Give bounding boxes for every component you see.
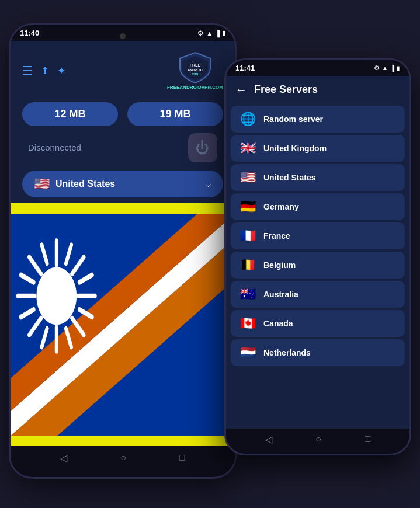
recents-btn-phone2[interactable]: □	[365, 434, 370, 444]
server-name-be: Belgium	[263, 260, 296, 270]
wifi-icon-p2: ▲	[382, 65, 388, 71]
power-button[interactable]: ⏻	[188, 133, 217, 162]
status-time-phone1: 11:40	[20, 29, 39, 37]
phone1-main-content: ☰ ⬆ ✦ FREE ANDROID VPN FREEANDROIDVPN.CO…	[11, 41, 235, 446]
server-name-uk: United Kingdom	[263, 144, 327, 153]
flag-uk: 🇬🇧	[239, 141, 256, 156]
svg-text:VPN: VPN	[192, 72, 199, 76]
server-item-au[interactable]: 🇦🇺 Australia	[231, 281, 405, 308]
yellow-bar-top	[11, 203, 235, 214]
bottom-nav-phone1: ◁ ○ □	[11, 446, 235, 469]
server-name-de: Germany	[263, 202, 299, 211]
flag-fr: 🇫🇷	[239, 228, 256, 243]
selected-country-name: United States	[55, 179, 200, 189]
chevron-down-icon: ⌵	[206, 178, 211, 189]
status-bar-phone2: 11:41 ⚙ ▲ ▐ ▮	[226, 60, 409, 76]
flag-be: 🇧🇪	[239, 258, 256, 273]
svg-point-7	[36, 267, 77, 325]
share-icon[interactable]: ⬆	[41, 65, 49, 77]
data-stats: 12 MB 19 MB	[11, 102, 235, 126]
phone1: 11:40 ⚙ ▲ ▐ ▮ ☰ ⬆ ✦ FREE ANDROID VPN	[9, 23, 237, 479]
servers-header: ← Free Servers	[226, 76, 409, 103]
server-item-nl[interactable]: 🇳🇱 Netherlands	[231, 339, 405, 366]
home-btn-phone1[interactable]: ○	[120, 453, 126, 463]
server-item-ca[interactable]: 🇨🇦 Canada	[231, 310, 405, 337]
server-name-nl: Netherlands	[263, 348, 311, 357]
marshall-islands-flag	[11, 214, 235, 436]
servers-title: Free Servers	[254, 83, 318, 96]
yellow-bar-bottom	[11, 436, 235, 446]
server-name-us: United States	[263, 173, 315, 182]
flag-de: 🇩🇪	[239, 199, 256, 214]
svg-rect-8	[55, 238, 58, 267]
status-icons-phone1: ⚙ ▲ ▐ ▮	[197, 29, 225, 37]
settings-icon-p2: ⚙	[374, 64, 380, 72]
server-name-random: Random server	[263, 114, 323, 124]
svg-rect-11	[77, 293, 96, 298]
server-item-uk[interactable]: 🇬🇧 United Kingdom	[231, 135, 405, 162]
svg-rect-9	[55, 325, 58, 353]
data-right: 19 MB	[127, 102, 223, 126]
flag-svg	[11, 214, 235, 436]
app-logo: FREE ANDROID VPN FREEANDROIDVPN.COM	[167, 51, 223, 91]
connection-status-row: Disconnected ⏻	[11, 131, 235, 165]
battery-icon: ▮	[222, 29, 225, 37]
top-nav-phone1: ☰ ⬆ ✦ FREE ANDROID VPN FREEANDROIDVPN.CO…	[11, 47, 235, 95]
data-left: 12 MB	[22, 102, 118, 126]
server-item-random[interactable]: 🌐 Random server	[231, 106, 405, 133]
server-name-au: Australia	[263, 290, 298, 299]
power-icon: ⏻	[196, 140, 210, 156]
logo-text: FREEANDROIDVPN.COM	[167, 85, 223, 91]
svg-text:FREE: FREE	[190, 63, 201, 67]
server-name-fr: France	[263, 231, 290, 241]
back-btn-phone2[interactable]: ◁	[265, 434, 272, 445]
svg-text:ANDROID: ANDROID	[188, 68, 203, 72]
disconnected-label: Disconnected	[28, 142, 81, 152]
selected-country-flag: 🇺🇸	[34, 176, 50, 192]
flag-nl: 🇳🇱	[239, 345, 256, 360]
camera-dot	[120, 33, 126, 39]
back-btn-phone1[interactable]: ◁	[60, 453, 67, 464]
country-selector[interactable]: 🇺🇸 United States ⌵	[22, 171, 223, 197]
menu-icon[interactable]: ☰	[22, 64, 33, 78]
flag-au: 🇦🇺	[239, 287, 256, 302]
wifi-icon: ▲	[206, 30, 213, 37]
server-item-fr[interactable]: 🇫🇷 France	[231, 222, 405, 249]
settings-icon: ⚙	[197, 29, 204, 37]
shield-logo-svg: FREE ANDROID VPN	[178, 51, 213, 83]
signal-icon-p2: ▐	[390, 65, 394, 71]
signal-icon: ▐	[215, 30, 220, 37]
server-item-us[interactable]: 🇺🇸 United States	[231, 164, 405, 191]
server-item-de[interactable]: 🇩🇪 Germany	[231, 193, 405, 220]
phone2-main-content: ← Free Servers 🌐 Random server 🇬🇧 United…	[226, 76, 409, 429]
battery-icon-p2: ▮	[397, 65, 400, 71]
status-icons-phone2: ⚙ ▲ ▐ ▮	[374, 64, 400, 72]
flag-ca: 🇨🇦	[239, 316, 256, 331]
server-list: 🌐 Random server 🇬🇧 United Kingdom 🇺🇸 Uni…	[226, 103, 409, 429]
flag-us: 🇺🇸	[239, 170, 256, 185]
nav-icons-left: ☰ ⬆ ✦	[22, 64, 65, 78]
flag-display	[11, 203, 235, 446]
phone2: 11:41 ⚙ ▲ ▐ ▮ ← Free Servers 🌐 Random se…	[224, 58, 411, 455]
server-item-be[interactable]: 🇧🇪 Belgium	[231, 252, 405, 279]
svg-rect-10	[16, 293, 36, 298]
status-time-phone2: 11:41	[235, 64, 255, 72]
bottom-nav-phone2: ◁ ○ □	[226, 429, 409, 450]
star-icon[interactable]: ✦	[57, 65, 65, 77]
server-name-ca: Canada	[263, 319, 293, 328]
home-btn-phone2[interactable]: ○	[315, 434, 321, 444]
back-button-p2[interactable]: ←	[235, 83, 247, 96]
recents-btn-phone1[interactable]: □	[179, 453, 185, 463]
globe-icon: 🌐	[239, 112, 256, 127]
